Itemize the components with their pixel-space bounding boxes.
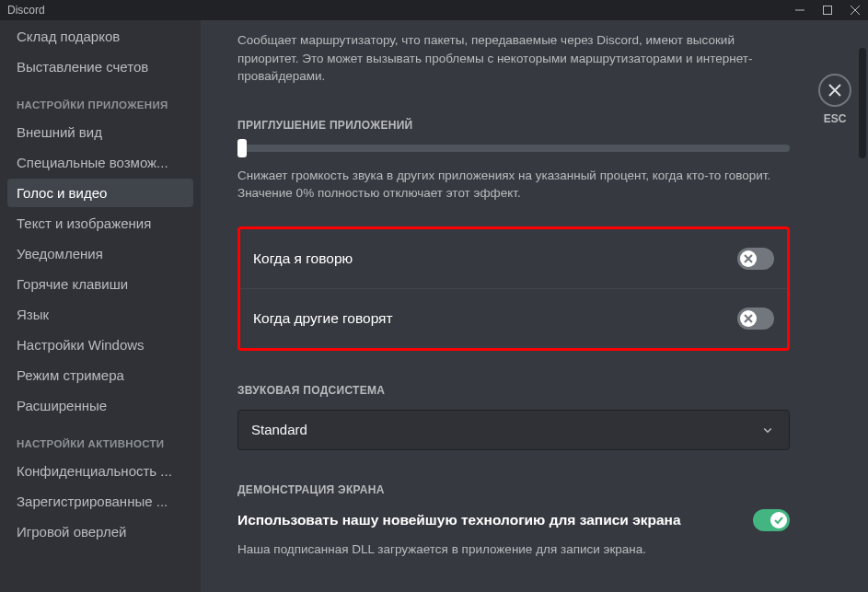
screenshare-description: Наша подписанная DLL загружается в прило… (237, 540, 790, 559)
sidebar-item-advanced[interactable]: Расширенные (7, 391, 193, 420)
sidebar-item-language[interactable]: Язык (7, 300, 193, 329)
toggle-label-i-speak: Когда я говорю (253, 250, 353, 267)
close-window-button[interactable] (850, 5, 861, 16)
minimize-button[interactable] (794, 5, 805, 16)
sidebar-item-registered[interactable]: Зарегистрированные ... (7, 487, 193, 516)
subsystem-header: ЗВУКОВАЯ ПОДСИСТЕМА (237, 384, 790, 397)
attenuation-slider[interactable] (237, 145, 790, 152)
app-name: Discord (7, 4, 45, 17)
subsystem-value: Standard (251, 422, 307, 437)
sidebar-header-activity: НАСТРОЙКИ АКТИВНОСТИ (7, 422, 193, 455)
maximize-button[interactable] (822, 5, 833, 16)
window-controls (794, 5, 861, 16)
sidebar-item-keybinds[interactable]: Горячие клавиши (7, 270, 193, 298)
highlighted-toggles: Когда я говорю Когда другие говорят (237, 226, 790, 351)
sidebar-item-voice-video[interactable]: Голос и видео (7, 179, 193, 207)
toggle-row-i-speak: Когда я говорю (240, 229, 787, 288)
attenuation-header: ПРИГЛУШЕНИЕ ПРИЛОЖЕНИЙ (237, 119, 790, 132)
sidebar-item-notifications[interactable]: Уведомления (7, 239, 193, 268)
sidebar-item-billing[interactable]: Выставление счетов (7, 52, 193, 81)
toggle-thumb (770, 512, 787, 528)
esc-label: ESC (824, 112, 847, 125)
settings-sidebar: Склад подарков Выставление счетов НАСТРО… (0, 20, 201, 592)
subsystem-select[interactable]: Standard (237, 410, 790, 450)
sidebar-item-text-images[interactable]: Текст и изображения (7, 209, 193, 238)
sidebar-item-windows[interactable]: Настройки Windows (7, 331, 193, 359)
qos-description: Сообщает маршрутизатору, что пакеты, пер… (237, 31, 790, 86)
sidebar-item-appearance[interactable]: Внешний вид (7, 118, 193, 146)
toggle-row-others-speak: Когда другие говорят (240, 288, 787, 348)
sidebar-header-app: НАСТРОЙКИ ПРИЛОЖЕНИЯ (7, 83, 193, 116)
content-scrollbar[interactable] (859, 48, 866, 158)
toggle-i-speak[interactable] (737, 248, 774, 270)
sidebar-item-gifts[interactable]: Склад подарков (7, 22, 193, 51)
attenuation-description: Снижает громкость звука в других приложе… (237, 167, 790, 203)
sidebar-item-overlay[interactable]: Игровой оверлей (7, 517, 193, 546)
toggle-others-speak[interactable] (737, 308, 774, 330)
close-settings-button[interactable] (818, 74, 851, 107)
chevron-down-icon (759, 422, 776, 438)
screenshare-row: Использовать нашу новейшую технологию дл… (237, 509, 790, 531)
toggle-thumb (740, 250, 757, 267)
screenshare-title: Использовать нашу новейшую технологию дл… (237, 512, 681, 528)
settings-content: Сообщает маршрутизатору, что пакеты, пер… (201, 20, 868, 592)
slider-thumb[interactable] (237, 139, 247, 157)
titlebar: Discord (0, 0, 868, 20)
toggle-label-others-speak: Когда другие говорят (253, 310, 393, 327)
sidebar-item-streamer[interactable]: Режим стримера (7, 361, 193, 389)
svg-rect-0 (824, 6, 832, 15)
sidebar-item-privacy[interactable]: Конфиденциальность ... (7, 457, 193, 485)
screenshare-header: ДЕМОНСТРАЦИЯ ЭКРАНА (237, 483, 790, 496)
toggle-thumb (740, 310, 757, 327)
sidebar-item-accessibility[interactable]: Специальные возмож... (7, 148, 193, 177)
close-panel: ESC (818, 74, 851, 125)
toggle-screenshare-tech[interactable] (753, 509, 790, 531)
